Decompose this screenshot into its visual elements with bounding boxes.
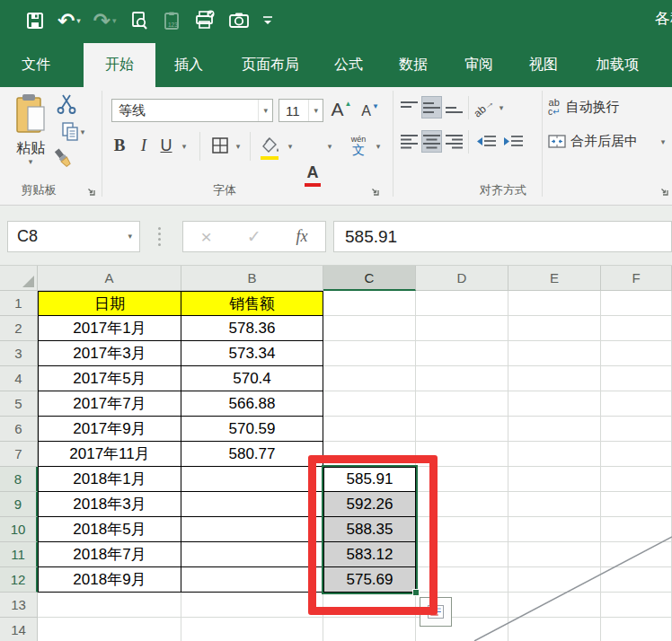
row-header-7[interactable]: 7 xyxy=(0,442,38,467)
cell-e3[interactable] xyxy=(508,341,601,366)
align-dialog-launcher[interactable] xyxy=(659,184,669,194)
align-left-button[interactable] xyxy=(399,130,420,153)
cell-f11[interactable] xyxy=(601,542,672,567)
cell-c6[interactable] xyxy=(323,417,416,442)
copy-button[interactable]: ▾ xyxy=(54,119,92,145)
col-header-b[interactable]: B xyxy=(181,266,323,291)
row-header-6[interactable]: 6 xyxy=(0,417,38,442)
enter-button[interactable]: ✓ xyxy=(247,226,261,247)
cell-c11[interactable]: 583.12 xyxy=(323,542,416,567)
cell-f3[interactable] xyxy=(601,341,672,366)
cell-d10[interactable] xyxy=(416,517,508,542)
cell-a2[interactable]: 2017年1月 xyxy=(38,316,181,341)
underline-dropdown[interactable]: ▾ xyxy=(178,137,190,155)
formula-input[interactable]: 585.91 xyxy=(333,221,672,252)
orientation-dropdown[interactable]: ▾ xyxy=(495,100,508,116)
cell-e12[interactable] xyxy=(508,567,601,593)
undo-button[interactable]: ↶▾ xyxy=(57,11,81,31)
cell-f6[interactable] xyxy=(601,417,672,442)
tab-addins[interactable]: 加载项 xyxy=(582,43,652,87)
select-all-corner[interactable] xyxy=(0,266,38,291)
cell-a7[interactable]: 2017年11月 xyxy=(38,442,181,467)
cell-e14[interactable] xyxy=(508,618,601,641)
tab-formulas[interactable]: 公式 xyxy=(322,43,376,87)
cell-d8[interactable] xyxy=(416,467,508,492)
col-header-f[interactable]: F xyxy=(601,266,672,291)
cell-c4[interactable] xyxy=(323,366,416,391)
print-preview-button[interactable] xyxy=(129,11,149,31)
cell-a4[interactable]: 2017年5月 xyxy=(38,366,181,391)
row-header-12[interactable]: 12 xyxy=(0,567,38,593)
row-header-3[interactable]: 3 xyxy=(0,341,38,366)
cell-a9[interactable]: 2018年3月 xyxy=(38,492,181,517)
align-middle-button[interactable] xyxy=(421,96,442,119)
align-center-button[interactable] xyxy=(421,130,442,153)
italic-button[interactable]: I xyxy=(135,132,153,159)
customize-qat-button[interactable] xyxy=(262,14,273,27)
cell-e8[interactable] xyxy=(508,467,601,492)
wrap-text-button[interactable]: ab c↵ 自动换行 xyxy=(548,94,672,119)
cell-b7[interactable]: 580.77 xyxy=(181,442,323,467)
format-painter-button[interactable] xyxy=(47,145,79,171)
tab-file[interactable]: 文件 xyxy=(11,43,61,87)
col-header-d[interactable]: D xyxy=(416,266,508,291)
cell-d4[interactable] xyxy=(416,366,508,391)
tab-review[interactable]: 审阅 xyxy=(452,43,506,87)
cell-e6[interactable] xyxy=(508,417,601,442)
cell-b14[interactable] xyxy=(181,618,323,641)
cell-b4[interactable]: 570.4 xyxy=(181,366,323,391)
cell-c14[interactable] xyxy=(323,618,416,641)
autofill-options-button[interactable] xyxy=(420,597,452,627)
bold-button[interactable]: B xyxy=(110,132,129,159)
tab-page-layout[interactable]: 页面布局 xyxy=(228,43,313,87)
borders-dropdown[interactable]: ▾ xyxy=(232,137,244,155)
quick-print-button[interactable] xyxy=(194,10,216,31)
cell-b5[interactable]: 566.88 xyxy=(181,391,323,417)
font-size-combo[interactable]: 11 ▾ xyxy=(279,99,323,122)
cell-d2[interactable] xyxy=(416,316,508,341)
cell-a3[interactable]: 2017年3月 xyxy=(38,341,181,366)
cell-b11[interactable] xyxy=(181,542,323,567)
cell-a14[interactable] xyxy=(38,618,181,641)
cell-a1[interactable]: 日期 xyxy=(38,291,181,316)
font-dialog-launcher[interactable] xyxy=(370,184,380,194)
cell-f4[interactable] xyxy=(601,366,672,391)
cell-f7[interactable] xyxy=(601,442,672,467)
cell-e5[interactable] xyxy=(508,391,601,417)
underline-button[interactable]: U xyxy=(156,132,176,159)
phonetic-dropdown[interactable]: ▾ xyxy=(372,137,385,155)
cell-c2[interactable] xyxy=(323,316,416,341)
cell-a5[interactable]: 2017年7月 xyxy=(38,391,181,417)
cell-e4[interactable] xyxy=(508,366,601,391)
merge-center-dropdown[interactable]: ▾ xyxy=(657,134,669,150)
col-header-c[interactable]: C xyxy=(323,266,416,291)
cell-d11[interactable] xyxy=(416,542,508,567)
insert-function-button[interactable]: fx xyxy=(296,227,308,246)
borders-button[interactable] xyxy=(208,134,232,157)
cut-button[interactable] xyxy=(54,92,79,116)
cell-c12[interactable]: 575.69 xyxy=(323,567,416,593)
cell-f9[interactable] xyxy=(601,492,672,517)
cell-b13[interactable] xyxy=(181,593,323,618)
paste-values-button[interactable]: 123 xyxy=(162,11,181,31)
cell-c5[interactable] xyxy=(323,391,416,417)
cell-b8[interactable] xyxy=(181,467,323,492)
clipboard-dialog-launcher[interactable] xyxy=(86,184,96,194)
cell-a8[interactable]: 2018年1月 xyxy=(38,467,181,492)
name-box[interactable]: C8 ▾ xyxy=(7,221,140,252)
decrease-font-button[interactable]: A▼ xyxy=(358,99,383,123)
tab-view[interactable]: 视图 xyxy=(517,43,570,87)
row-header-8[interactable]: 8 xyxy=(0,467,38,492)
tab-home[interactable]: 开始 xyxy=(84,43,155,87)
cell-e9[interactable] xyxy=(508,492,601,517)
font-name-combo[interactable]: 等线 ▾ xyxy=(111,99,273,122)
formula-bar-resize-handle[interactable] xyxy=(158,227,161,246)
row-header-13[interactable]: 13 xyxy=(0,593,38,618)
row-header-10[interactable]: 10 xyxy=(0,517,38,542)
cell-c8-active[interactable]: 585.91 xyxy=(323,467,416,492)
row-header-9[interactable]: 9 xyxy=(0,492,38,517)
tab-data[interactable]: 数据 xyxy=(386,43,440,87)
font-color-dropdown[interactable]: ▾ xyxy=(323,137,336,155)
cell-b1[interactable]: 销售额 xyxy=(181,291,323,316)
align-right-button[interactable] xyxy=(444,130,464,153)
